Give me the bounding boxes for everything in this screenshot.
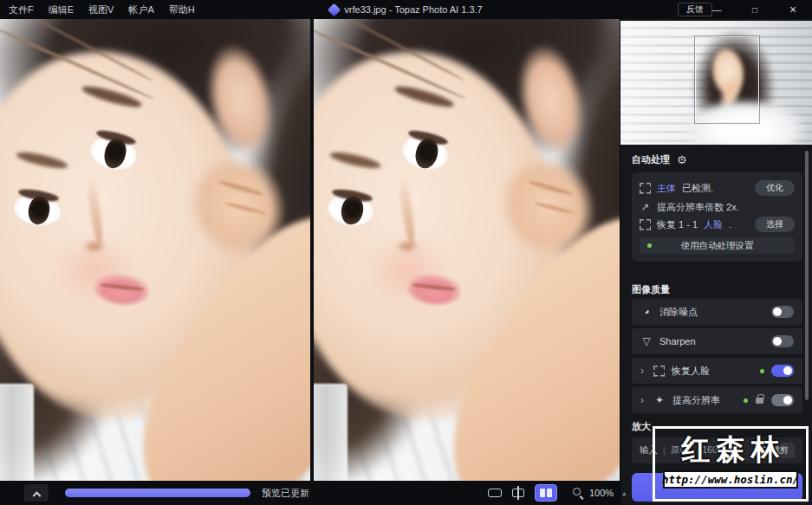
green-status-dot [744,398,748,403]
watermark-url: http://www.hoslin.cn/ [662,473,799,486]
image-quality-header-label: 图像质量 [632,283,670,296]
sharpen-label: Sharpen [659,336,696,346]
expand-chevron-icon[interactable]: › [640,365,646,377]
denoise-label: 消除噪点 [659,306,698,319]
sharpen-icon: ▽ [640,335,653,347]
preview-canvas [0,19,620,481]
autopilot-header: 自动处理 ⚙ [632,153,687,166]
sharpen-row[interactable]: ▽ Sharpen [632,328,802,354]
lock-icon [756,398,763,404]
autopilot-header-label: 自动处理 [632,153,670,166]
zoom-controls: 100% ▴ [573,488,626,499]
select-faces-button[interactable]: 选择 [755,217,795,232]
recover-faces-toggle[interactable] [771,365,794,377]
window-controls: — □ × [698,0,812,19]
zoom-level[interactable]: 100% [589,488,614,498]
maximize-button[interactable]: □ [736,0,774,19]
denoise-icon: ◐ [640,306,653,318]
upscale-info-row: ↗ 提高分辨率倍数 2x. [640,198,795,216]
menu-view[interactable]: 视图V [88,3,114,16]
portrait-photo-enhanced [314,19,620,481]
upscale-toggle[interactable] [771,394,794,406]
split-view-button[interactable] [510,486,526,500]
autopilot-card: 主体 已检测. 优化 ↗ 提高分辨率倍数 2x. 恢复 1 - 1 人脸 . 选… [632,172,802,262]
title-bar: 文件F 编辑E 视图V 帐户A 帮助H vrfe33.jpg - Topaz P… [0,0,812,19]
menu-edit[interactable]: 编辑E [49,3,74,16]
view-mode-toolbar: 100% ▴ [488,481,626,505]
topaz-photo-ai-window: 文件F 编辑E 视图V 帐户A 帮助H vrfe33.jpg - Topaz P… [0,0,812,505]
upscale-info-text: 提高分辨率倍数 2x. [657,201,739,214]
side-by-side-view-button[interactable] [535,484,557,502]
denoise-toggle[interactable] [771,306,794,318]
subject-frame-icon [640,183,651,194]
window-title-text: vrfe33.jpg - Topaz Photo AI 1.3.7 [344,4,482,15]
gear-icon[interactable]: ⚙ [677,153,687,166]
expand-chevron-icon[interactable]: › [640,394,646,406]
enlarge-header: 放大 [632,420,651,433]
green-status-dot [647,243,652,248]
upscale-arrow-icon: ↗ [640,201,651,213]
watermark-title: 红森林 [655,431,806,469]
watermark-frame: 红森林 http://www.hoslin.cn/ [653,426,809,502]
zoom-dropdown-icon[interactable]: ▴ [622,489,626,497]
preview-before-pane[interactable] [0,19,310,481]
subject-label: 主体 [657,182,676,195]
status-bar: 预览已更新 100% ▴ [0,481,620,505]
faces-prefix: 恢复 1 - 1 [657,218,698,231]
subject-detected-row: 主体 已检测. 优化 [640,178,795,198]
minimize-button[interactable]: — [698,0,736,19]
preview-after-pane[interactable] [314,19,620,481]
chevron-up-icon [32,491,41,500]
preview-progress-bar [65,489,250,497]
recover-faces-icon [653,366,665,377]
navigator-viewport-rect[interactable] [695,36,759,123]
panel-scrollbar[interactable] [805,151,809,400]
green-status-dot [760,369,764,373]
refine-button[interactable]: 优化 [755,180,795,196]
upscale-sparkle-icon: ✦ [653,394,666,406]
upscale-row[interactable]: › ✦ 提高分辨率 [632,387,802,413]
subject-status: 已检测. [682,182,713,195]
single-view-button[interactable] [488,489,502,497]
faces-suffix: . [729,219,731,230]
upscale-label: 提高分辨率 [672,394,720,407]
menu-help[interactable]: 帮助H [169,3,195,16]
close-button[interactable]: × [774,0,812,19]
collapse-panel-button[interactable] [24,484,49,502]
faces-label: 人脸 [704,218,723,231]
app-logo-icon [328,3,341,16]
recover-faces-row[interactable]: › 恢复人脸 [632,358,802,384]
menu-account[interactable]: 帐户A [128,3,153,16]
preview-status-text: 预览已更新 [262,487,309,500]
faces-detected-row: 恢复 1 - 1 人脸 . 选择 [640,216,795,233]
menu-bar: 文件F 编辑E 视图V 帐户A 帮助H [9,0,195,19]
watermark-url-box: http://www.hoslin.cn/ [663,470,798,489]
enlarge-header-label: 放大 [632,420,651,433]
denoise-row[interactable]: ◐ 消除噪点 [632,299,802,325]
apply-autopilot-button[interactable]: 使用自动处理设置 [640,237,795,254]
navigator-thumbnail[interactable] [620,21,812,145]
maximize-icon: □ [752,4,757,14]
sharpen-toggle[interactable] [771,335,794,347]
face-frame-icon [640,219,651,230]
apply-autopilot-label: 使用自动处理设置 [681,240,754,252]
magnifier-icon [573,488,584,499]
recover-faces-label: 恢复人脸 [672,365,710,378]
image-quality-header: 图像质量 [632,283,670,296]
menu-file[interactable]: 文件F [9,3,34,16]
portrait-photo-original [0,19,310,481]
